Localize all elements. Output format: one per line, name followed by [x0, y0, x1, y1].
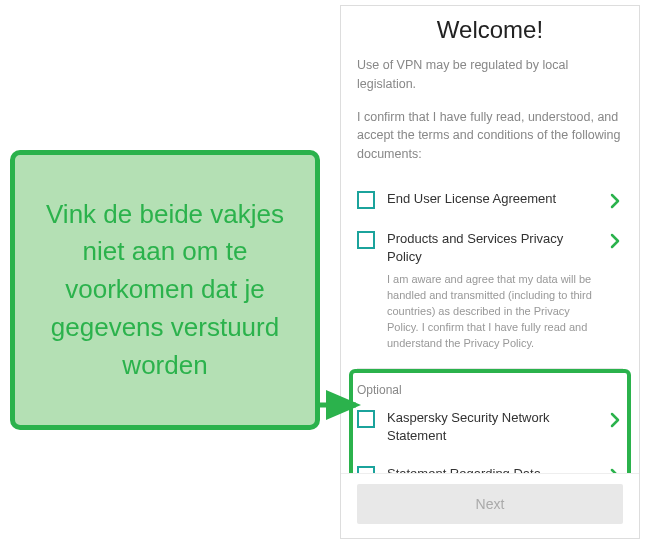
checkbox-privacy[interactable] — [357, 231, 375, 249]
doc-item-privacy[interactable]: Products and Services Privacy Policy I a… — [357, 220, 623, 362]
doc-body: Products and Services Privacy Policy I a… — [387, 230, 597, 352]
chevron-right-icon[interactable] — [609, 232, 623, 250]
doc-label: Statement Regarding Data Processing for … — [387, 465, 597, 473]
doc-item-marketing[interactable]: Statement Regarding Data Processing for … — [357, 455, 623, 473]
footer: Next — [341, 473, 639, 538]
doc-body: Kaspersky Security Network Statement — [387, 409, 597, 445]
chevron-right-icon[interactable] — [609, 192, 623, 210]
chevron-right-icon[interactable] — [609, 411, 623, 429]
doc-label: Kaspersky Security Network Statement — [387, 409, 597, 445]
doc-label: End User License Agreement — [387, 190, 597, 208]
annotation-callout: Vink de beide vakjes niet aan om te voor… — [10, 150, 320, 430]
optional-heading: Optional — [357, 375, 623, 399]
doc-item-eula[interactable]: End User License Agreement — [357, 180, 623, 220]
doc-body: Statement Regarding Data Processing for … — [387, 465, 597, 473]
intro-confirm: I confirm that I have fully read, unders… — [357, 108, 623, 164]
next-button-label: Next — [476, 496, 505, 512]
doc-body: End User License Agreement — [387, 190, 597, 208]
checkbox-marketing[interactable] — [357, 466, 375, 473]
page-title: Welcome! — [357, 16, 623, 44]
intro-regulation: Use of VPN may be regulated by local leg… — [357, 56, 623, 94]
arrow-icon — [316, 390, 366, 420]
next-button[interactable]: Next — [357, 484, 623, 524]
checkbox-eula[interactable] — [357, 191, 375, 209]
annotation-text: Vink de beide vakjes niet aan om te voor… — [35, 196, 295, 384]
screen-content: Welcome! Use of VPN may be regulated by … — [341, 6, 639, 473]
doc-label: Products and Services Privacy Policy — [387, 230, 597, 266]
optional-highlight: Optional Kaspersky Security Network Stat… — [349, 369, 631, 473]
doc-item-ksn[interactable]: Kaspersky Security Network Statement — [357, 399, 623, 455]
app-screen: Welcome! Use of VPN may be regulated by … — [340, 5, 640, 539]
doc-subtext: I am aware and agree that my data will b… — [387, 272, 597, 352]
